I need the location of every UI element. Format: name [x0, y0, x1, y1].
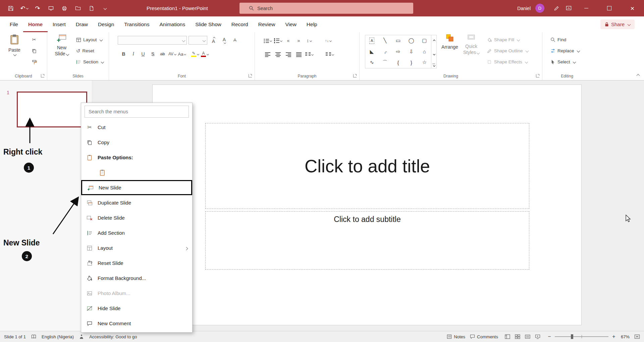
shape-fill-button[interactable]: Shape Fill: [486, 35, 530, 44]
context-menu-search-box[interactable]: Search the menus: [85, 106, 189, 118]
replace-button[interactable]: Replace: [549, 46, 581, 55]
increase-indent-button[interactable]: »: [294, 36, 303, 45]
align-left-button[interactable]: [263, 50, 272, 59]
title-placeholder[interactable]: Click to add title: [205, 123, 529, 209]
zoom-out-button[interactable]: −: [547, 334, 552, 340]
tab-file[interactable]: File: [5, 16, 23, 32]
print-preview-button[interactable]: [58, 2, 70, 15]
shape-option-rounded-rectangle[interactable]: ▢: [422, 38, 427, 44]
tab-design[interactable]: Design: [93, 16, 119, 32]
tab-animations[interactable]: Animations: [154, 16, 190, 32]
tab-view[interactable]: View: [280, 16, 302, 32]
shape-option-star[interactable]: ☆: [422, 59, 427, 65]
tab-slide-show[interactable]: Slide Show: [190, 16, 226, 32]
menu-item-add-section[interactable]: Add Section: [81, 225, 192, 240]
undo-button[interactable]: ↶: [18, 2, 30, 15]
shapes-gallery-more-button[interactable]: [432, 64, 435, 66]
align-right-button[interactable]: [284, 50, 293, 59]
zoom-slider-thumb[interactable]: [571, 334, 573, 339]
accessibility-icon[interactable]: [79, 334, 84, 339]
find-button[interactable]: Find: [549, 35, 581, 44]
select-button[interactable]: Select: [549, 57, 581, 66]
decrease-font-size-button[interactable]: A: [220, 36, 229, 45]
numbering-button[interactable]: [273, 36, 282, 45]
copy-button[interactable]: [30, 47, 39, 55]
shape-option-triangle[interactable]: ◣: [370, 49, 374, 55]
text-direction-button[interactable]: ↑↓: [324, 36, 333, 45]
fit-slide-to-window-button[interactable]: [634, 334, 640, 339]
reading-view-button[interactable]: [525, 334, 530, 339]
language-indicator[interactable]: English (Nigeria): [42, 334, 74, 339]
menu-item-hide-slide[interactable]: Hide Slide: [81, 301, 192, 316]
user-name[interactable]: Daniel: [517, 6, 531, 11]
slide-indicator[interactable]: Slide 1 of 1: [4, 334, 26, 339]
font-size-combobox[interactable]: [189, 36, 207, 45]
shape-option-arrow-right[interactable]: ⇨: [396, 49, 400, 55]
zoom-level[interactable]: 67%: [621, 334, 630, 339]
maximize-button[interactable]: [598, 0, 621, 16]
character-spacing-button[interactable]: AV: [168, 50, 177, 58]
minimize-button[interactable]: [575, 0, 598, 16]
decrease-indent-button[interactable]: «: [284, 36, 293, 45]
notes-button[interactable]: Notes: [447, 334, 465, 339]
paste-keep-source-formatting-button[interactable]: [97, 167, 108, 178]
menu-item-delete-slide[interactable]: Delete Slide: [81, 210, 192, 225]
tab-draw[interactable]: Draw: [71, 16, 93, 32]
text-shadow-button[interactable]: S: [148, 50, 157, 58]
paste-button[interactable]: Paste: [5, 34, 24, 69]
menu-item-duplicate-slide[interactable]: Duplicate Slide: [81, 195, 192, 210]
menu-item-reset-slide[interactable]: Reset Slide: [81, 255, 192, 271]
collapse-ribbon-button[interactable]: [636, 72, 639, 78]
slide-sorter-view-button[interactable]: [515, 334, 520, 339]
bold-button[interactable]: B: [119, 50, 128, 58]
underline-button[interactable]: U: [139, 50, 148, 58]
shape-effects-button[interactable]: Shape Effects: [486, 57, 530, 66]
customize-qat-button[interactable]: [99, 2, 111, 15]
zoom-in-button[interactable]: +: [611, 334, 616, 340]
open-file-button[interactable]: [72, 2, 84, 15]
shape-option-line[interactable]: ╲: [383, 38, 386, 44]
convert-to-smartart-button[interactable]: [325, 50, 334, 59]
start-slideshow-button[interactable]: [45, 2, 57, 15]
shape-option-textbox[interactable]: A: [369, 38, 374, 44]
clipboard-dialog-launcher[interactable]: [41, 74, 44, 77]
font-name-combobox[interactable]: [118, 36, 187, 45]
font-color-button[interactable]: A: [200, 50, 209, 58]
reset-button[interactable]: ↺Reset: [75, 46, 105, 55]
ribbon-display-options-button[interactable]: [562, 2, 575, 15]
shape-option-rectangle[interactable]: ▭: [396, 38, 400, 44]
zoom-slider[interactable]: [555, 336, 608, 337]
menu-item-format-background[interactable]: Format Background...: [81, 271, 192, 286]
shape-option-elbow[interactable]: ⌌: [383, 49, 387, 55]
shapes-scroll-up-button[interactable]: [432, 37, 435, 43]
shape-option-curve[interactable]: ∿: [370, 59, 374, 65]
clear-formatting-button[interactable]: A: [230, 36, 239, 45]
arrange-button[interactable]: Arrange: [440, 34, 460, 69]
shape-option-home[interactable]: ⌂: [423, 49, 426, 54]
new-slide-button[interactable]: New Slide: [51, 34, 72, 69]
bullets-button[interactable]: [263, 36, 272, 45]
menu-item-copy[interactable]: Copy: [81, 135, 192, 150]
shape-option-brace-left[interactable]: {: [397, 60, 399, 65]
align-center-button[interactable]: [273, 50, 282, 59]
change-case-button[interactable]: Aa: [177, 50, 186, 58]
normal-view-button[interactable]: [505, 334, 510, 339]
share-button[interactable]: Share: [600, 19, 635, 29]
accessibility-status[interactable]: Accessibility: Good to go: [89, 334, 137, 339]
shape-outline-button[interactable]: Shape Outline: [486, 46, 530, 55]
shape-option-arrow-down[interactable]: ⇩: [409, 49, 414, 55]
save-button[interactable]: [5, 2, 17, 15]
line-spacing-button[interactable]: ↕: [305, 36, 314, 45]
strikethrough-button[interactable]: ab: [158, 50, 167, 58]
comments-button[interactable]: Comments: [470, 334, 498, 339]
cut-button[interactable]: ✂: [30, 35, 39, 44]
user-avatar[interactable]: D: [535, 4, 544, 13]
increase-font-size-button[interactable]: A: [209, 36, 218, 45]
paragraph-dialog-launcher[interactable]: [353, 74, 357, 77]
justify-button[interactable]: [294, 50, 303, 59]
tab-insert[interactable]: Insert: [48, 16, 71, 32]
tab-transitions[interactable]: Transitions: [119, 16, 154, 32]
tab-help[interactable]: Help: [302, 16, 322, 32]
quick-styles-button[interactable]: Quick Styles: [461, 34, 482, 69]
slide-canvas[interactable]: Click to add title Click to add subtitle: [152, 84, 582, 325]
